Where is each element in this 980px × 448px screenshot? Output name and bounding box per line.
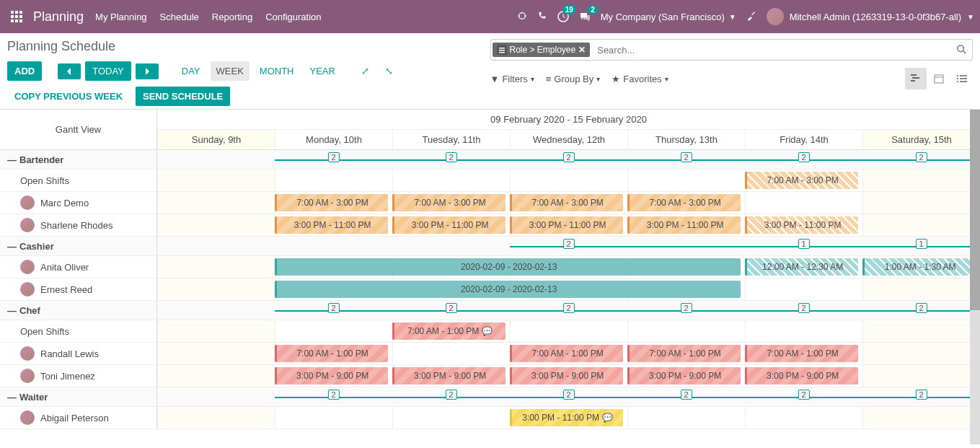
view-list-button[interactable] xyxy=(951,68,973,89)
shift-pill[interactable]: 3:00 PM - 11:00 PM💬 xyxy=(510,409,623,426)
shift-pill[interactable]: 7:00 AM - 1:00 PM xyxy=(510,345,623,362)
scale-week[interactable]: WEEK xyxy=(211,61,250,81)
group-row[interactable]: — Bartender222222 xyxy=(0,150,980,170)
shift-pill[interactable]: 3:00 PM - 11:00 PM xyxy=(627,216,741,234)
gantt-cell[interactable] xyxy=(275,170,392,191)
scale-day[interactable]: DAY xyxy=(176,61,206,81)
gantt-cell[interactable] xyxy=(627,320,745,342)
shift-pill[interactable]: 7:00 AM - 3:00 PM xyxy=(510,194,623,211)
group-row[interactable]: — Chef222222 xyxy=(0,301,980,320)
shift-pill[interactable]: 3:00 PM - 11:00 PM xyxy=(275,216,388,234)
gantt-cell[interactable] xyxy=(392,407,510,429)
send-schedule-button[interactable]: SEND SCHEDULE xyxy=(136,87,230,106)
search-facet[interactable]: Role > Employee ✕ xyxy=(493,43,591,57)
today-button[interactable]: TODAY xyxy=(85,61,131,81)
prev-button[interactable] xyxy=(58,63,81,79)
filters-button[interactable]: ▼Filters▾ xyxy=(490,74,534,84)
scale-year[interactable]: YEAR xyxy=(304,61,341,81)
expand-icon[interactable]: ⤢ xyxy=(356,61,375,81)
gantt-cell[interactable] xyxy=(157,320,275,342)
shift-pill[interactable]: 7:00 AM - 3:00 PM xyxy=(392,194,506,211)
company-switcher[interactable]: My Company (San Francisco) ▼ xyxy=(601,12,736,22)
activity-icon[interactable]: 19 xyxy=(557,11,569,22)
shift-pill[interactable]: 7:00 AM - 1:00 PM xyxy=(275,345,388,362)
shift-pill[interactable]: 1:00 AM - 1:30 AM xyxy=(862,258,976,276)
shift-pill[interactable]: 2020-02-09 - 2020-02-13 xyxy=(275,258,741,276)
shift-pill[interactable]: 7:00 AM - 3:00 PM xyxy=(745,172,858,189)
summary-badge: 2 xyxy=(680,303,692,313)
tools-icon[interactable] xyxy=(746,11,756,23)
gantt-cell[interactable] xyxy=(862,192,980,214)
gantt-cell[interactable] xyxy=(157,170,275,191)
gantt-cell[interactable] xyxy=(862,320,980,342)
user-menu[interactable]: Mitchell Admin (1263319-13-0-0f3b67-all)… xyxy=(767,8,974,25)
shift-pill[interactable]: 12:00 AM - 12:30 AM xyxy=(745,258,858,276)
shift-pill[interactable]: 3:00 PM - 9:00 PM xyxy=(510,367,623,385)
shift-pill[interactable]: 3:00 PM - 9:00 PM xyxy=(392,367,506,385)
add-button[interactable]: ADD xyxy=(7,61,42,81)
next-button[interactable] xyxy=(136,63,159,79)
shift-pill[interactable]: 3:00 PM - 9:00 PM xyxy=(627,367,741,385)
remove-facet-icon[interactable]: ✕ xyxy=(578,45,586,55)
view-calendar-button[interactable] xyxy=(928,68,950,89)
shift-pill[interactable]: 3:00 PM - 11:00 PM xyxy=(745,216,858,234)
scrollbar[interactable] xyxy=(970,110,980,444)
scale-month[interactable]: MONTH xyxy=(254,61,300,81)
gantt-cell[interactable] xyxy=(745,320,862,342)
gantt-cell[interactable] xyxy=(745,407,862,429)
collapse-icon[interactable]: ⤡ xyxy=(379,61,399,81)
gantt-cell[interactable] xyxy=(862,365,980,387)
gantt-cell[interactable] xyxy=(157,192,275,214)
gantt-cell[interactable] xyxy=(510,170,627,191)
apps-icon[interactable] xyxy=(6,11,27,22)
gantt-cell[interactable] xyxy=(275,407,392,429)
gantt-cell[interactable] xyxy=(157,343,275,364)
gantt-cell[interactable] xyxy=(627,407,745,429)
menu-schedule[interactable]: Schedule xyxy=(160,12,199,22)
shift-pill[interactable]: 7:00 AM - 3:00 PM xyxy=(627,194,741,211)
shift-pill[interactable]: 3:00 PM - 9:00 PM xyxy=(275,367,388,385)
gantt-cell[interactable] xyxy=(510,320,627,342)
group-row[interactable]: — Waiter222222 xyxy=(0,387,980,407)
gantt-cell[interactable] xyxy=(157,365,275,387)
gantt-cell[interactable] xyxy=(157,278,275,300)
menu-my-planning[interactable]: My Planning xyxy=(95,12,147,22)
app-brand[interactable]: Planning xyxy=(27,9,95,25)
shift-pill[interactable]: 2020-02-09 - 2020-02-13 xyxy=(275,281,741,298)
gantt-cell[interactable] xyxy=(275,320,392,342)
gantt-cell[interactable] xyxy=(392,343,510,364)
gantt-cell[interactable] xyxy=(862,407,980,429)
group-row[interactable]: — Cashier211 xyxy=(0,237,980,256)
shift-pill[interactable]: 7:00 AM - 3:00 PM xyxy=(275,194,388,211)
gantt-cell[interactable] xyxy=(157,256,275,278)
shift-pill[interactable]: 7:00 AM - 1:00 PM xyxy=(627,345,741,362)
gantt-cell[interactable] xyxy=(862,170,980,191)
shift-pill[interactable]: 3:00 PM - 9:00 PM xyxy=(745,367,858,385)
shift-pill[interactable]: 7:00 AM - 1:00 PM💬 xyxy=(392,322,506,340)
groupby-button[interactable]: ≡Group By▾ xyxy=(546,74,601,84)
shift-label: 1:00 AM - 1:30 AM xyxy=(885,262,956,272)
search-input[interactable] xyxy=(591,42,950,58)
gantt-cell[interactable] xyxy=(862,343,980,364)
gantt-cell[interactable] xyxy=(745,278,862,300)
view-gantt-button[interactable] xyxy=(905,68,927,89)
shift-pill[interactable]: 3:00 PM - 11:00 PM xyxy=(392,216,506,234)
gantt-cell[interactable] xyxy=(862,214,980,236)
debug-icon[interactable] xyxy=(517,11,527,23)
shift-pill[interactable]: 7:00 AM - 1:00 PM xyxy=(745,345,858,362)
gantt-cell[interactable] xyxy=(627,170,745,191)
gantt-body[interactable]: — Bartender222222Open Shifts7:00 AM - 3:… xyxy=(0,150,980,443)
gantt-cell[interactable] xyxy=(745,192,862,214)
menu-configuration[interactable]: Configuration xyxy=(265,12,321,22)
gantt-cell[interactable] xyxy=(157,214,275,236)
shift-pill[interactable]: 3:00 PM - 11:00 PM xyxy=(510,216,623,234)
phone-icon[interactable] xyxy=(537,11,547,23)
gantt-cell[interactable] xyxy=(157,407,275,429)
discuss-icon[interactable]: 2 xyxy=(579,11,591,22)
menu-reporting[interactable]: Reporting xyxy=(212,12,252,22)
search-icon[interactable] xyxy=(950,44,972,56)
gantt-cell[interactable] xyxy=(392,170,510,191)
copy-previous-button[interactable]: COPY PREVIOUS WEEK xyxy=(7,87,130,106)
gantt-cell[interactable] xyxy=(862,278,980,300)
favorites-button[interactable]: ★Favorites▾ xyxy=(612,74,668,84)
